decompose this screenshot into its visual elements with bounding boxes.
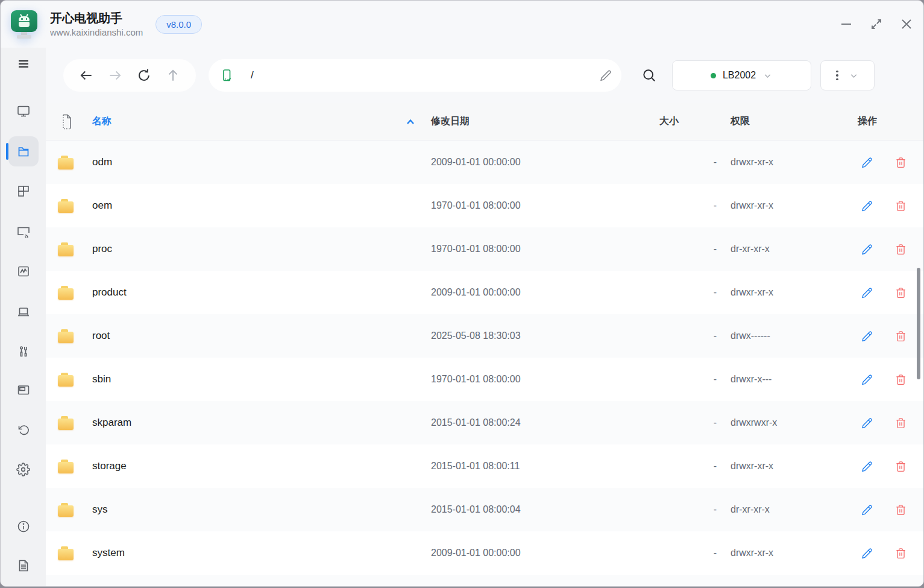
file-name: oem <box>92 200 431 212</box>
file-permissions: drwxr-xr-x <box>717 548 837 558</box>
rename-icon[interactable] <box>861 504 873 516</box>
file-modified-date: 2009-01-01 00:00:00 <box>431 287 612 298</box>
table-row[interactable]: sbin 1970-01-01 08:00:00 - drwxr-x--- <box>46 358 923 401</box>
path-input[interactable]: / <box>251 69 254 81</box>
delete-icon[interactable] <box>894 417 907 429</box>
rename-icon[interactable] <box>861 200 873 212</box>
vertical-scrollbar[interactable] <box>917 268 920 379</box>
up-button[interactable] <box>165 67 181 84</box>
sidebar-item-history[interactable] <box>16 422 31 438</box>
table-row[interactable]: product 2009-01-01 00:00:00 - drwxr-xr-x <box>46 271 923 314</box>
rename-icon[interactable] <box>861 373 873 385</box>
file-permissions: drwx------ <box>717 330 837 341</box>
device-selector[interactable]: LB2002 <box>672 60 811 90</box>
close-button[interactable] <box>899 16 914 32</box>
search-icon[interactable] <box>641 67 658 84</box>
table-row[interactable]: odm 2009-01-01 00:00:00 - drwxr-xr-x <box>46 141 923 184</box>
file-modified-date: 2015-01-01 08:00:11 <box>431 461 612 472</box>
kebab-icon <box>836 71 838 81</box>
hamburger-menu-icon[interactable] <box>16 56 31 72</box>
column-header-actions: 操作 <box>837 115 911 128</box>
table-row[interactable]: system 2009-01-01 00:00:00 - drwxr-xr-x <box>46 531 923 575</box>
delete-icon[interactable] <box>894 460 907 472</box>
folder-icon <box>58 460 74 473</box>
folder-icon <box>58 329 74 343</box>
table-row[interactable] <box>46 575 923 587</box>
sidebar-item-screenshot[interactable] <box>16 264 31 279</box>
delete-icon[interactable] <box>894 156 907 168</box>
folder-icon <box>58 546 74 560</box>
file-permissions: drwxr-xr-x <box>717 461 837 472</box>
svg-text:C:\: C:\ <box>20 387 25 390</box>
delete-icon[interactable] <box>894 330 907 342</box>
rename-icon[interactable] <box>861 330 873 342</box>
file-name: system <box>92 547 431 559</box>
sidebar-item-apps[interactable] <box>16 183 31 199</box>
sidebar-item-tools[interactable] <box>16 344 31 359</box>
table-row[interactable]: proc 1970-01-01 08:00:00 - dr-xr-xr-x <box>46 227 923 271</box>
sidebar-item-file-manager[interactable] <box>8 136 39 166</box>
delete-icon[interactable] <box>894 243 907 255</box>
refresh-button[interactable] <box>136 67 152 84</box>
file-permissions: drwxr-xr-x <box>717 287 837 298</box>
rename-icon[interactable] <box>861 243 873 255</box>
chevron-down-icon <box>762 71 773 81</box>
delete-icon[interactable] <box>894 286 907 299</box>
sort-ascending-icon[interactable] <box>404 116 416 128</box>
table-row[interactable]: storage 2015-01-01 08:00:11 - drwxr-xr-x <box>46 444 923 488</box>
column-header-modified[interactable]: 修改日期 <box>431 115 612 128</box>
rename-icon[interactable] <box>861 417 873 429</box>
table-row[interactable]: skparam 2015-01-01 08:00:24 - drwxrwxr-x <box>46 401 923 444</box>
sidebar-item-pc[interactable] <box>16 304 31 320</box>
rename-icon[interactable] <box>861 156 873 168</box>
back-button[interactable] <box>78 67 95 84</box>
delete-icon[interactable] <box>894 200 907 212</box>
file-table: 名称 修改日期 大小 权限 操作 odm 2009-01-01 00:00:00… <box>46 103 923 587</box>
delete-icon[interactable] <box>894 547 907 559</box>
sidebar-item-about[interactable] <box>16 519 31 534</box>
sidebar-item-settings[interactable] <box>16 461 31 477</box>
sidebar-item-screen-cast[interactable] <box>16 224 31 239</box>
device-name: LB2002 <box>723 70 756 81</box>
file-permissions: dr-xr-xr-x <box>717 504 837 515</box>
delete-icon[interactable] <box>894 504 907 516</box>
file-size: - <box>612 200 717 211</box>
file-size: - <box>612 244 717 254</box>
rename-icon[interactable] <box>861 460 873 472</box>
folder-icon <box>58 242 74 256</box>
file-name: storage <box>92 460 431 472</box>
column-header-permissions[interactable]: 权限 <box>717 115 837 128</box>
column-header-name[interactable]: 名称 <box>92 115 112 128</box>
file-size: - <box>612 330 717 341</box>
file-permissions: drwxr-x--- <box>717 374 837 385</box>
edit-path-icon[interactable] <box>599 68 613 83</box>
file-modified-date: 1970-01-01 08:00:00 <box>431 244 612 254</box>
file-type-icon <box>58 113 74 131</box>
sidebar-item-device-screen[interactable] <box>16 103 31 119</box>
table-header: 名称 修改日期 大小 权限 操作 <box>46 103 923 141</box>
table-row[interactable]: sys 2015-01-01 08:00:04 - dr-xr-xr-x <box>46 488 923 531</box>
toolbar: / LB2002 <box>46 48 923 103</box>
file-size: - <box>612 461 717 472</box>
file-name: product <box>92 286 431 299</box>
forward-button[interactable] <box>107 67 124 84</box>
sidebar-item-logs[interactable] <box>16 558 31 574</box>
minimize-button[interactable] <box>838 16 854 32</box>
more-options-button[interactable] <box>820 60 875 90</box>
sidebar: C:\ <box>1 48 46 587</box>
folder-icon <box>58 373 74 387</box>
sidebar-item-terminal[interactable]: C:\ <box>16 382 31 398</box>
rename-icon[interactable] <box>861 547 873 559</box>
rename-icon[interactable] <box>861 286 873 299</box>
file-size: - <box>612 504 717 515</box>
column-header-size[interactable]: 大小 <box>612 115 717 128</box>
file-size: - <box>612 417 717 428</box>
path-bar[interactable]: / <box>209 59 621 92</box>
table-row[interactable]: root 2025-05-08 18:30:03 - drwx------ <box>46 314 923 358</box>
app-title: 开心电视助手 <box>50 11 143 25</box>
maximize-button[interactable] <box>869 16 884 32</box>
titlebar: 开心电视助手 www.kaixindianshi.com v8.0.0 <box>1 1 923 48</box>
delete-icon[interactable] <box>894 373 907 385</box>
file-modified-date: 2009-01-01 00:00:00 <box>431 548 612 558</box>
table-row[interactable]: oem 1970-01-01 08:00:00 - drwxr-xr-x <box>46 184 923 227</box>
